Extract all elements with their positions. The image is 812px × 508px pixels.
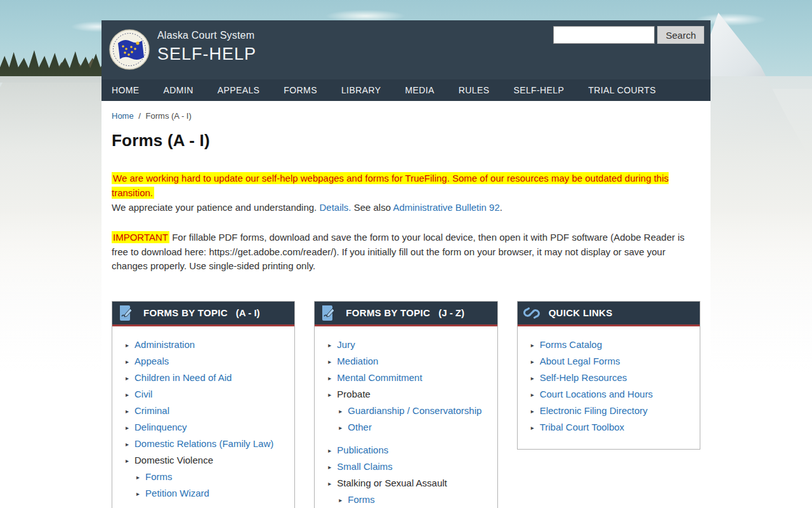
list-item: ▸Mediation bbox=[328, 354, 492, 370]
details-link[interactable]: Details. bbox=[319, 202, 351, 213]
triangle-bullet-icon: ▸ bbox=[328, 354, 331, 370]
breadcrumb-home-link[interactable]: Home bbox=[112, 111, 134, 121]
topic-link[interactable]: Forms Catalog bbox=[540, 337, 602, 352]
list-item: ▸About Legal Forms bbox=[531, 354, 695, 370]
topic-link[interactable]: Forms bbox=[348, 492, 375, 507]
triangle-bullet-icon: ▸ bbox=[328, 338, 331, 353]
important-label: IMPORTANT bbox=[112, 231, 169, 243]
triangle-bullet-icon: ▸ bbox=[328, 371, 331, 386]
panel-forms-by-topic-j-z: FORMS BY TOPIC (J - Z) ▸Jury▸Mediation▸M… bbox=[314, 301, 497, 508]
list-item: ▸Domestic Relations (Family Law) bbox=[126, 436, 289, 453]
triangle-bullet-icon: ▸ bbox=[531, 420, 534, 436]
triangle-bullet-icon: ▸ bbox=[126, 354, 129, 370]
topic-link[interactable]: Petition Wizard bbox=[145, 486, 209, 501]
triangle-bullet-icon: ▸ bbox=[126, 420, 129, 436]
topic-link[interactable]: Children in Need of Aid bbox=[134, 370, 232, 385]
search-input[interactable] bbox=[553, 26, 655, 44]
list-item: ▸Forms bbox=[339, 492, 492, 508]
triangle-bullet-icon: ▸ bbox=[328, 443, 331, 458]
topic-link[interactable]: Small Claims bbox=[337, 459, 393, 474]
topic-link[interactable]: About Legal Forms bbox=[540, 354, 620, 369]
triangle-bullet-icon: ▸ bbox=[531, 387, 534, 403]
triangle-bullet-icon: ▸ bbox=[531, 338, 534, 353]
main-content: Home / Forms (A - I) Forms (A - I) We ar… bbox=[102, 101, 710, 508]
list-item: ▸Petition Wizard bbox=[136, 486, 289, 502]
site-header: Alaska Court System SELF-HELP Search bbox=[102, 20, 710, 79]
list-item: ▸Forms bbox=[136, 469, 289, 486]
list-item: ▸Appeals bbox=[126, 354, 289, 370]
triangle-bullet-icon: ▸ bbox=[328, 476, 331, 491]
topic-link[interactable]: Domestic Relations (Family Law) bbox=[134, 436, 273, 451]
main-navigation: HOMEADMINAPPEALSFORMSLIBRARYMEDIARULESSE… bbox=[102, 79, 710, 101]
list-item: ▸Stalking or Sexual Assault bbox=[328, 476, 492, 492]
topic-label: Probate bbox=[337, 387, 370, 402]
nav-item-library[interactable]: LIBRARY bbox=[329, 79, 393, 101]
list-item: ▸Self-Help Resources bbox=[531, 370, 695, 387]
triangle-bullet-icon: ▸ bbox=[531, 404, 534, 419]
chain-link-icon bbox=[523, 305, 540, 321]
truefiling-notice: We are working hard to update our self-h… bbox=[112, 171, 689, 215]
panel-header: FORMS BY TOPIC (A - I) bbox=[112, 302, 294, 326]
nav-item-self-help[interactable]: SELF-HELP bbox=[501, 79, 576, 101]
topic-link[interactable]: Administration bbox=[134, 337, 195, 352]
form-edit-icon bbox=[320, 305, 337, 321]
notice-see-also: See also bbox=[354, 202, 391, 213]
topic-link[interactable]: Tribal Court Toolbox bbox=[540, 420, 624, 435]
triangle-bullet-icon: ▸ bbox=[339, 404, 342, 419]
topic-link[interactable]: Forms bbox=[145, 469, 173, 485]
triangle-bullet-icon: ▸ bbox=[126, 404, 129, 419]
list-item: ▸Court Locations and Hours bbox=[531, 387, 695, 403]
list-item: ▸Forms Catalog bbox=[531, 337, 695, 354]
triangle-bullet-icon: ▸ bbox=[126, 338, 129, 353]
topic-link[interactable]: Other bbox=[348, 420, 372, 435]
nav-item-admin[interactable]: ADMIN bbox=[152, 79, 206, 101]
page-title: Forms (A - I) bbox=[112, 131, 700, 150]
topic-link[interactable]: Delinquency bbox=[134, 420, 187, 435]
topic-link[interactable]: Criminal bbox=[134, 403, 169, 418]
topic-list: ▸Administration▸Appeals▸Children in Need… bbox=[112, 326, 294, 508]
panel-header: FORMS BY TOPIC (J - Z) bbox=[315, 302, 497, 326]
triangle-bullet-icon: ▸ bbox=[126, 371, 129, 386]
topic-link[interactable]: Jury bbox=[337, 337, 355, 352]
topic-link[interactable]: Civil bbox=[134, 387, 152, 402]
topic-link[interactable]: Publications bbox=[337, 443, 388, 458]
nav-item-home[interactable]: HOME bbox=[102, 79, 152, 101]
nav-item-forms[interactable]: FORMS bbox=[272, 79, 329, 101]
breadcrumb: Home / Forms (A - I) bbox=[112, 111, 700, 121]
topic-label: Stalking or Sexual Assault bbox=[337, 476, 447, 491]
topic-link[interactable]: Self-Help Resources bbox=[540, 370, 627, 385]
search-button[interactable]: Search bbox=[657, 26, 704, 44]
list-item: ▸Criminal bbox=[126, 403, 289, 420]
panel-quick-links: QUICK LINKS ▸Forms Catalog▸About Legal F… bbox=[517, 301, 700, 450]
topic-link[interactable]: Court Locations and Hours bbox=[540, 387, 653, 402]
nav-item-rules[interactable]: RULES bbox=[447, 79, 502, 101]
list-item: ▸Delinquency bbox=[126, 420, 289, 436]
topic-link[interactable]: Mental Commitment bbox=[337, 370, 422, 385]
list-item: ▸Other bbox=[339, 420, 492, 436]
panel-title: FORMS BY TOPIC bbox=[346, 307, 430, 318]
page-column: Alaska Court System SELF-HELP Search HOM… bbox=[102, 20, 710, 508]
list-item: ▸Civil bbox=[126, 387, 289, 403]
topic-link[interactable]: Mediation bbox=[337, 354, 378, 369]
panel-header: QUICK LINKS bbox=[518, 302, 700, 326]
triangle-bullet-icon: ▸ bbox=[136, 470, 140, 485]
list-item: ▸Tribal Court Toolbox bbox=[531, 420, 695, 436]
nav-item-appeals[interactable]: APPEALS bbox=[206, 79, 272, 101]
topic-link[interactable]: Appeals bbox=[134, 354, 169, 369]
panel-range: (A - I) bbox=[236, 307, 260, 318]
brand-block: Alaska Court System SELF-HELP bbox=[157, 30, 256, 64]
topic-link[interactable]: Guardianship / Conservatorship bbox=[348, 403, 481, 418]
triangle-bullet-icon: ▸ bbox=[531, 354, 534, 370]
site-name: Alaska Court System bbox=[157, 30, 256, 41]
admin-bulletin-link[interactable]: Administrative Bulletin 92 bbox=[393, 202, 499, 213]
list-item: ▸Children in Need of Aid bbox=[126, 370, 289, 387]
triangle-bullet-icon: ▸ bbox=[126, 387, 129, 403]
section-title: SELF-HELP bbox=[157, 44, 256, 64]
list-item: ▸Electronic Filing Directory bbox=[531, 403, 695, 420]
panels-row: FORMS BY TOPIC (A - I) ▸Administration▸A… bbox=[112, 301, 700, 508]
nav-item-media[interactable]: MEDIA bbox=[393, 79, 446, 101]
breadcrumb-current: Forms (A - I) bbox=[146, 111, 192, 121]
triangle-bullet-icon: ▸ bbox=[136, 486, 140, 502]
nav-item-trial-courts[interactable]: TRIAL COURTS bbox=[576, 79, 668, 101]
topic-link[interactable]: Electronic Filing Directory bbox=[540, 403, 648, 418]
